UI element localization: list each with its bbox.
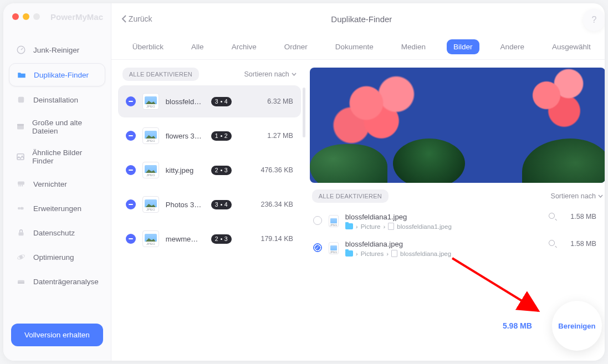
file-path: › Pictures › blossfeldiana.jpeg <box>345 250 542 257</box>
shredder-icon <box>16 178 27 189</box>
minus-icon[interactable] <box>126 199 136 209</box>
traffic-max[interactable] <box>33 13 40 20</box>
sidebar-item-disk[interactable]: Datenträgeranalyse <box>9 270 105 293</box>
preview-image <box>310 68 605 183</box>
minus-icon[interactable] <box>126 165 136 175</box>
disk-icon <box>16 276 27 287</box>
clean-button[interactable]: Bereinigen <box>552 301 602 351</box>
minus-icon[interactable] <box>126 234 136 244</box>
sidebar-item-uninstall[interactable]: Deinstallation <box>9 89 105 111</box>
puzzle-icon <box>16 203 27 214</box>
sort-detail-button[interactable]: Sortieren nach <box>551 192 603 200</box>
sidebar-item-label: Deinstallation <box>33 96 78 104</box>
sidebar-item-label: Datenschutz <box>33 229 75 237</box>
sidebar-item-label: Erweiterungen <box>33 204 81 213</box>
svg-rect-8 <box>19 232 24 235</box>
jpeg-thumb-icon: JPEG <box>142 196 159 213</box>
select-checkbox[interactable] <box>313 216 322 225</box>
minus-icon[interactable] <box>126 131 136 141</box>
tab-documents[interactable]: Dokumente <box>329 39 380 54</box>
folder-icon <box>345 223 353 229</box>
chevron-left-icon <box>121 15 126 23</box>
jpeg-thumb-icon: JPEG <box>142 93 159 110</box>
traffic-min[interactable] <box>23 13 29 20</box>
back-label: Zurück <box>129 14 152 23</box>
group-name: mewme… <box>166 235 205 243</box>
jpeg-thumb-icon: JPEG <box>329 215 339 227</box>
minus-icon[interactable] <box>126 96 136 106</box>
tab-all[interactable]: Alle <box>185 39 211 54</box>
sidebar-item-label: Optimierung <box>33 253 74 262</box>
group-row[interactable]: JPEG Photos 3… 34 236.34 KB <box>118 188 301 221</box>
count-badge: 12 <box>211 131 232 141</box>
sidebar-item-label: Junk-Reiniger <box>33 46 79 54</box>
sidebar-item-privacy[interactable]: Datenschutz <box>9 222 105 244</box>
group-name: Photos 3… <box>166 201 205 209</box>
group-size: 1.27 MB <box>267 132 293 140</box>
gauge-icon <box>16 44 27 55</box>
tab-overview[interactable]: Überblick <box>126 39 170 54</box>
group-row[interactable]: JPEG flowers 3… 12 1.27 MB <box>118 120 301 152</box>
jpeg-thumb-icon: JPEG <box>142 230 159 247</box>
upgrade-button[interactable]: Vollversion erhalten <box>11 324 103 346</box>
file-name: blossfeldiana1.jpeg <box>345 213 542 221</box>
group-size: 476.36 KB <box>260 166 293 174</box>
tab-images[interactable]: Bilder <box>447 39 479 54</box>
tab-archives[interactable]: Archive <box>225 39 263 54</box>
svg-rect-2 <box>17 125 24 130</box>
sidebar-item-optimize[interactable]: Optimierung <box>9 246 105 268</box>
tab-selected[interactable]: Ausgewählt <box>545 39 597 54</box>
tab-other[interactable]: Andere <box>494 39 532 54</box>
jpeg-thumb-icon: JPEG <box>142 162 159 178</box>
tab-media[interactable]: Medien <box>395 39 432 54</box>
sidebar-item-shredder[interactable]: Vernichter <box>9 173 105 195</box>
group-row[interactable]: JPEG blossfeld… 34 6.32 MB <box>118 85 301 117</box>
svg-rect-1 <box>18 97 24 103</box>
deactivate-all-button[interactable]: ALLE DEAKTIVIEREN <box>122 68 199 81</box>
sidebar-item-junk[interactable]: Junk-Reiniger <box>9 39 105 61</box>
scrollbar-thumb[interactable] <box>303 88 305 137</box>
sort-label: Sortieren nach <box>551 192 596 200</box>
help-button[interactable]: ? <box>583 9 605 31</box>
sidebar-item-extensions[interactable]: Erweiterungen <box>9 197 105 219</box>
svg-rect-5 <box>18 182 24 185</box>
back-button[interactable]: Zurück <box>121 14 152 23</box>
sidebar-item-large-old[interactable]: Große und alte Dateien <box>9 113 105 141</box>
count-badge: 23 <box>211 234 232 244</box>
traffic-close[interactable] <box>12 13 19 20</box>
file-name: blossfeldiana.jpeg <box>345 240 542 248</box>
group-size: 236.34 KB <box>260 201 293 208</box>
jpeg-thumb-icon: JPEG <box>142 127 159 144</box>
svg-rect-7 <box>21 207 24 210</box>
group-name: blossfeld… <box>166 98 205 106</box>
select-checkbox[interactable] <box>313 243 322 252</box>
sidebar-item-duplicates[interactable]: Duplikate-Finder <box>9 63 105 86</box>
file-size: 1.58 MB <box>563 240 596 248</box>
svg-rect-3 <box>17 124 24 126</box>
file-row[interactable]: JPEG blossfeldiana.jpeg › Pictures › blo… <box>310 237 600 260</box>
group-row[interactable]: JPEG mewme… 23 179.14 KB <box>118 223 301 255</box>
chevron-down-icon <box>598 194 603 198</box>
sidebar-item-label: Duplikate-Finder <box>34 71 89 79</box>
sort-button[interactable]: Sortieren nach <box>244 70 297 78</box>
sidebar-item-label: Datenträgeranalyse <box>33 278 99 286</box>
group-row[interactable]: JPEG kitty.jpeg 23 476.36 KB <box>118 154 301 186</box>
jpeg-thumb-icon: JPEG <box>329 242 339 254</box>
group-name: flowers 3… <box>166 132 205 140</box>
file-path: › Picture › blossfeldiana1.jpeg <box>345 223 542 230</box>
sidebar-item-label: Ähnliche Bilder Finder <box>32 148 99 165</box>
count-badge: 34 <box>211 97 232 106</box>
search-icon[interactable] <box>549 213 556 221</box>
folder-icon <box>16 69 27 80</box>
box-icon <box>16 121 25 132</box>
search-icon[interactable] <box>549 240 556 248</box>
count-badge: 34 <box>211 200 232 209</box>
file-row[interactable]: JPEG blossfeldiana1.jpeg › Picture › blo… <box>310 209 600 233</box>
sidebar-item-label: Vernichter <box>33 180 67 188</box>
sidebar-item-similar[interactable]: Ähnliche Bilder Finder <box>9 143 105 171</box>
deactivate-all-detail-button[interactable]: ALLE DEAKTIVIEREN <box>312 189 389 203</box>
group-name: kitty.jpeg <box>166 166 205 175</box>
svg-rect-12 <box>18 283 24 284</box>
count-badge: 23 <box>211 166 232 175</box>
tab-folders[interactable]: Ordner <box>278 39 314 54</box>
